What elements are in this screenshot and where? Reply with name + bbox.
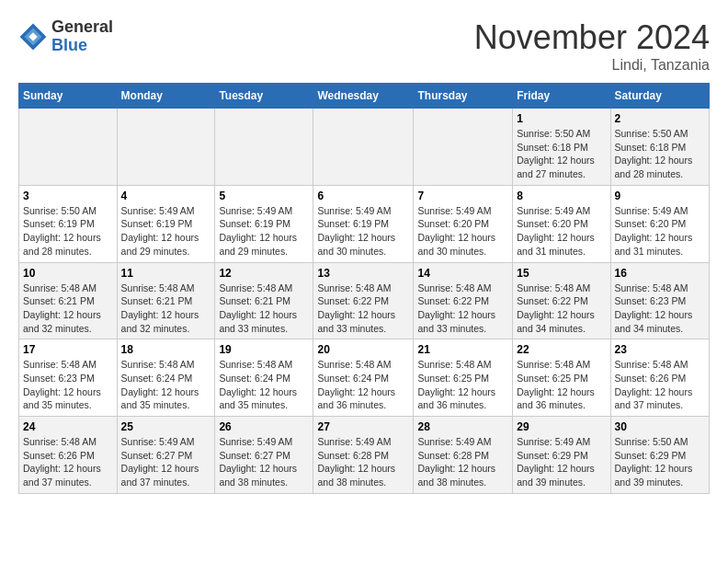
- logo-icon: [18, 22, 48, 52]
- calendar-week-row: 24Sunrise: 5:48 AM Sunset: 6:26 PM Dayli…: [19, 417, 710, 494]
- day-info: Sunrise: 5:48 AM Sunset: 6:22 PM Dayligh…: [517, 282, 606, 336]
- day-info: Sunrise: 5:48 AM Sunset: 6:26 PM Dayligh…: [615, 358, 705, 412]
- calendar-cell: 25Sunrise: 5:49 AM Sunset: 6:27 PM Dayli…: [117, 417, 215, 494]
- day-number: 17: [23, 343, 113, 356]
- day-info: Sunrise: 5:48 AM Sunset: 6:23 PM Dayligh…: [23, 358, 113, 412]
- day-number: 15: [517, 267, 606, 280]
- calendar-cell: [414, 109, 513, 186]
- calendar-cell: [215, 109, 313, 186]
- logo-blue: Blue: [51, 36, 87, 54]
- day-info: Sunrise: 5:49 AM Sunset: 6:29 PM Dayligh…: [517, 435, 606, 489]
- day-info: Sunrise: 5:48 AM Sunset: 6:21 PM Dayligh…: [219, 282, 309, 336]
- calendar-week-row: 10Sunrise: 5:48 AM Sunset: 6:21 PM Dayli…: [19, 262, 710, 339]
- calendar-week-row: 1Sunrise: 5:50 AM Sunset: 6:18 PM Daylig…: [19, 109, 710, 186]
- calendar-cell: 11Sunrise: 5:48 AM Sunset: 6:21 PM Dayli…: [117, 262, 215, 339]
- calendar-cell: 6Sunrise: 5:49 AM Sunset: 6:19 PM Daylig…: [313, 185, 414, 262]
- calendar-cell: 14Sunrise: 5:48 AM Sunset: 6:22 PM Dayli…: [414, 262, 513, 339]
- calendar-cell: 22Sunrise: 5:48 AM Sunset: 6:25 PM Dayli…: [513, 339, 610, 417]
- day-number: 20: [317, 343, 409, 356]
- calendar-cell: 7Sunrise: 5:49 AM Sunset: 6:20 PM Daylig…: [414, 185, 513, 262]
- day-info: Sunrise: 5:49 AM Sunset: 6:20 PM Dayligh…: [417, 204, 508, 259]
- day-number: 7: [417, 190, 508, 202]
- day-info: Sunrise: 5:49 AM Sunset: 6:19 PM Dayligh…: [219, 204, 309, 259]
- day-info: Sunrise: 5:49 AM Sunset: 6:19 PM Dayligh…: [121, 204, 211, 259]
- weekday-header-sunday: Sunday: [19, 84, 118, 109]
- day-info: Sunrise: 5:50 AM Sunset: 6:18 PM Dayligh…: [615, 127, 705, 181]
- calendar-cell: 5Sunrise: 5:49 AM Sunset: 6:19 PM Daylig…: [215, 185, 313, 262]
- logo: General Blue: [18, 18, 113, 55]
- day-number: 21: [417, 343, 508, 356]
- calendar-cell: 17Sunrise: 5:48 AM Sunset: 6:23 PM Dayli…: [19, 339, 118, 417]
- calendar-cell: 28Sunrise: 5:49 AM Sunset: 6:28 PM Dayli…: [414, 417, 513, 494]
- calendar-cell: 30Sunrise: 5:50 AM Sunset: 6:29 PM Dayli…: [610, 417, 709, 494]
- calendar-cell: 21Sunrise: 5:48 AM Sunset: 6:25 PM Dayli…: [414, 339, 513, 417]
- day-number: 18: [121, 343, 211, 356]
- day-number: 12: [219, 267, 309, 280]
- day-number: 6: [317, 190, 409, 202]
- calendar-cell: 12Sunrise: 5:48 AM Sunset: 6:21 PM Dayli…: [215, 262, 313, 339]
- calendar-cell: 2Sunrise: 5:50 AM Sunset: 6:18 PM Daylig…: [610, 109, 709, 186]
- day-info: Sunrise: 5:49 AM Sunset: 6:19 PM Dayligh…: [317, 204, 409, 259]
- day-number: 14: [417, 267, 508, 280]
- day-info: Sunrise: 5:48 AM Sunset: 6:24 PM Dayligh…: [219, 358, 309, 412]
- day-number: 4: [121, 190, 211, 202]
- day-info: Sunrise: 5:48 AM Sunset: 6:25 PM Dayligh…: [417, 358, 508, 412]
- logo-text: General Blue: [51, 18, 113, 55]
- weekday-header-monday: Monday: [117, 84, 215, 109]
- calendar-week-row: 3Sunrise: 5:50 AM Sunset: 6:19 PM Daylig…: [19, 185, 710, 262]
- day-info: Sunrise: 5:49 AM Sunset: 6:28 PM Dayligh…: [417, 435, 508, 489]
- day-info: Sunrise: 5:48 AM Sunset: 6:25 PM Dayligh…: [517, 358, 606, 412]
- weekday-header-thursday: Thursday: [414, 84, 513, 109]
- calendar-cell: 16Sunrise: 5:48 AM Sunset: 6:23 PM Dayli…: [610, 262, 709, 339]
- day-number: 19: [219, 343, 309, 356]
- calendar-cell: 3Sunrise: 5:50 AM Sunset: 6:19 PM Daylig…: [19, 185, 118, 262]
- weekday-header-wednesday: Wednesday: [313, 84, 414, 109]
- day-number: 24: [23, 420, 113, 433]
- day-number: 10: [23, 267, 113, 280]
- calendar-cell: 13Sunrise: 5:48 AM Sunset: 6:22 PM Dayli…: [313, 262, 414, 339]
- day-info: Sunrise: 5:49 AM Sunset: 6:27 PM Dayligh…: [219, 435, 309, 489]
- calendar-table: SundayMondayTuesdayWednesdayThursdayFrid…: [18, 83, 710, 494]
- day-number: 8: [517, 190, 606, 202]
- day-number: 27: [317, 420, 409, 433]
- day-info: Sunrise: 5:49 AM Sunset: 6:27 PM Dayligh…: [121, 435, 211, 489]
- day-info: Sunrise: 5:48 AM Sunset: 6:22 PM Dayligh…: [417, 282, 508, 336]
- day-info: Sunrise: 5:48 AM Sunset: 6:21 PM Dayligh…: [121, 282, 211, 336]
- day-number: 22: [517, 343, 606, 356]
- calendar-cell: 1Sunrise: 5:50 AM Sunset: 6:18 PM Daylig…: [513, 109, 610, 186]
- day-number: 1: [517, 112, 606, 125]
- day-number: 3: [23, 190, 113, 202]
- day-number: 29: [517, 420, 606, 433]
- month-title: November 2024: [474, 18, 710, 57]
- day-number: 25: [121, 420, 211, 433]
- day-info: Sunrise: 5:48 AM Sunset: 6:26 PM Dayligh…: [23, 435, 113, 489]
- calendar-cell: 18Sunrise: 5:48 AM Sunset: 6:24 PM Dayli…: [117, 339, 215, 417]
- day-number: 11: [121, 267, 211, 280]
- logo-general: General: [51, 17, 113, 36]
- calendar-cell: 10Sunrise: 5:48 AM Sunset: 6:21 PM Dayli…: [19, 262, 118, 339]
- page-header: General Blue November 2024 Lindi, Tanzan…: [18, 18, 710, 74]
- day-number: 5: [219, 190, 309, 202]
- location: Lindi, Tanzania: [474, 57, 710, 74]
- calendar-cell: 26Sunrise: 5:49 AM Sunset: 6:27 PM Dayli…: [215, 417, 313, 494]
- calendar-cell: 19Sunrise: 5:48 AM Sunset: 6:24 PM Dayli…: [215, 339, 313, 417]
- day-number: 2: [615, 112, 705, 125]
- day-info: Sunrise: 5:49 AM Sunset: 6:20 PM Dayligh…: [615, 204, 705, 259]
- calendar-cell: 4Sunrise: 5:49 AM Sunset: 6:19 PM Daylig…: [117, 185, 215, 262]
- weekday-header-row: SundayMondayTuesdayWednesdayThursdayFrid…: [19, 84, 710, 109]
- day-info: Sunrise: 5:50 AM Sunset: 6:18 PM Dayligh…: [517, 127, 606, 181]
- calendar-cell: 29Sunrise: 5:49 AM Sunset: 6:29 PM Dayli…: [513, 417, 610, 494]
- calendar-cell: [117, 109, 215, 186]
- day-info: Sunrise: 5:48 AM Sunset: 6:24 PM Dayligh…: [317, 358, 409, 412]
- calendar-cell: 8Sunrise: 5:49 AM Sunset: 6:20 PM Daylig…: [513, 185, 610, 262]
- calendar-cell: 9Sunrise: 5:49 AM Sunset: 6:20 PM Daylig…: [610, 185, 709, 262]
- weekday-header-saturday: Saturday: [610, 84, 709, 109]
- calendar-cell: 24Sunrise: 5:48 AM Sunset: 6:26 PM Dayli…: [19, 417, 118, 494]
- day-info: Sunrise: 5:50 AM Sunset: 6:19 PM Dayligh…: [23, 204, 113, 259]
- calendar-week-row: 17Sunrise: 5:48 AM Sunset: 6:23 PM Dayli…: [19, 339, 710, 417]
- calendar-body: 1Sunrise: 5:50 AM Sunset: 6:18 PM Daylig…: [19, 109, 710, 494]
- day-info: Sunrise: 5:48 AM Sunset: 6:22 PM Dayligh…: [317, 282, 409, 336]
- day-number: 16: [615, 267, 705, 280]
- weekday-header-friday: Friday: [513, 84, 610, 109]
- day-info: Sunrise: 5:49 AM Sunset: 6:20 PM Dayligh…: [517, 204, 606, 259]
